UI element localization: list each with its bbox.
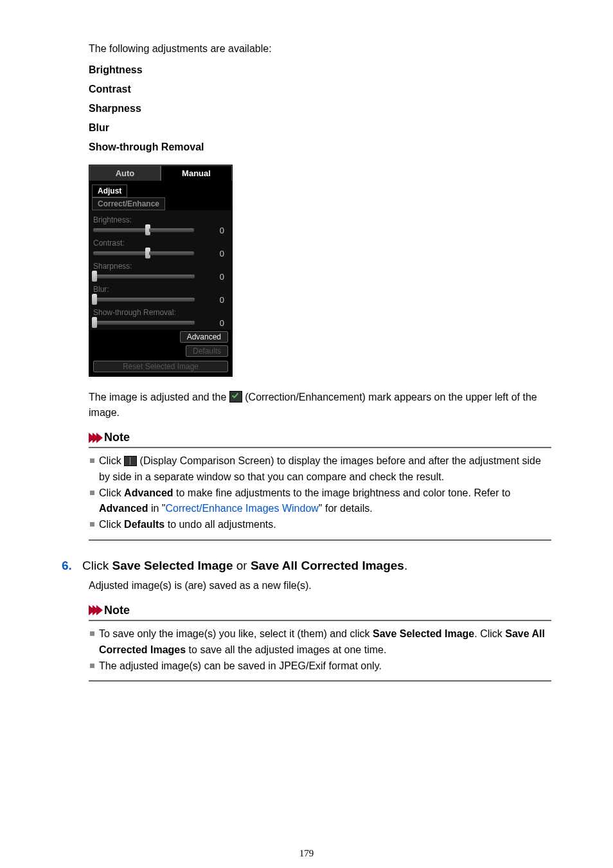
- tab-manual[interactable]: Manual: [161, 165, 232, 181]
- note1-item3: Click Defaults to undo all adjustments.: [89, 517, 551, 533]
- sharpness-label: Sharpness:: [93, 262, 228, 271]
- def-showthrough: Show-through Removal: [89, 141, 551, 153]
- adjust-panel-screenshot: Auto Manual Adjust Correct/Enhance Brigh…: [89, 165, 233, 377]
- blur-value: 0: [220, 295, 228, 305]
- note-icon: [89, 605, 100, 615]
- def-brightness: Brightness: [89, 64, 551, 76]
- blur-slider[interactable]: [93, 298, 195, 302]
- note1-item2: Click Advanced to make fine adjustments …: [89, 485, 551, 518]
- note-icon: [89, 433, 100, 443]
- contrast-slider[interactable]: [93, 251, 148, 255]
- step-6-text: Click Save Selected Image or Save All Co…: [82, 559, 407, 573]
- correction-mark-icon: [229, 391, 242, 402]
- section-correct-enhance[interactable]: Correct/Enhance: [92, 197, 165, 210]
- note2-item1: To save only the image(s) you like, sele…: [89, 626, 551, 658]
- brightness-slider[interactable]: [93, 228, 148, 232]
- showthrough-slider[interactable]: [93, 321, 195, 325]
- showthrough-label: Show-through Removal:: [93, 308, 228, 317]
- brightness-value: 0: [220, 226, 228, 235]
- advanced-button[interactable]: Advanced: [180, 331, 228, 343]
- tab-auto[interactable]: Auto: [89, 165, 161, 181]
- reset-selected-image-button[interactable]: Reset Selected Image: [93, 361, 228, 372]
- brightness-slider-right[interactable]: [149, 228, 194, 232]
- contrast-slider-right[interactable]: [149, 251, 194, 255]
- step-6-number: 6.: [62, 559, 82, 573]
- intro-text: The following adjustments are available:: [89, 41, 551, 57]
- def-contrast: Contrast: [89, 84, 551, 95]
- adjusted-mark-text: The image is adjusted and the (Correctio…: [89, 390, 551, 420]
- comparison-screen-icon: [124, 456, 137, 466]
- sharpness-value: 0: [220, 272, 228, 282]
- defaults-button[interactable]: Defaults: [186, 345, 228, 357]
- note2-item2: The adjusted image(s) can be saved in JP…: [89, 658, 551, 674]
- contrast-label: Contrast:: [93, 239, 228, 248]
- note-heading: Note: [104, 431, 130, 444]
- step-6-sub: Adjusted image(s) is (are) saved as a ne…: [89, 578, 551, 593]
- sharpness-slider[interactable]: [93, 275, 195, 278]
- def-sharpness: Sharpness: [89, 103, 551, 114]
- showthrough-value: 0: [220, 318, 228, 328]
- section-adjust[interactable]: Adjust: [92, 185, 127, 197]
- page-number: 179: [0, 848, 613, 859]
- contrast-value: 0: [220, 249, 228, 258]
- blur-label: Blur:: [93, 285, 228, 294]
- def-blur: Blur: [89, 122, 551, 134]
- correct-enhance-window-link[interactable]: Correct/Enhance Images Window: [166, 503, 319, 514]
- note1-item1: Click (Display Comparison Screen) to dis…: [89, 453, 551, 485]
- note-heading-2: Note: [104, 604, 130, 617]
- brightness-label: Brightness:: [93, 215, 228, 224]
